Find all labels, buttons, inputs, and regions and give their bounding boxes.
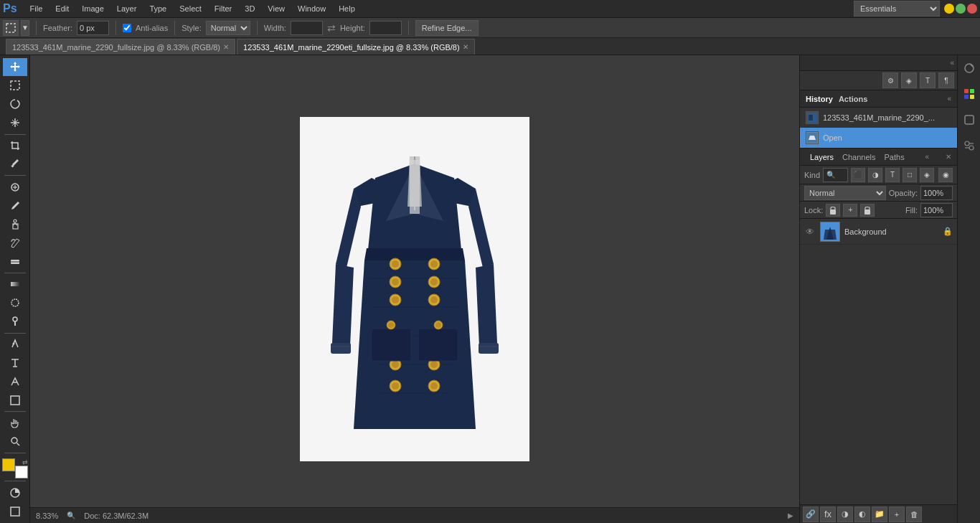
layers-collapse-btn[interactable]: « bbox=[925, 153, 930, 161]
panel-icon-4[interactable]: ¶ bbox=[938, 72, 954, 88]
right-panels: « ⚙ ◈ T ¶ History Actions « bbox=[799, 55, 957, 523]
history-tab[interactable]: History bbox=[806, 95, 833, 103]
foreground-color[interactable] bbox=[2, 458, 15, 471]
tab-2-close[interactable]: ✕ bbox=[463, 43, 468, 51]
menu-type[interactable]: Type bbox=[143, 3, 172, 14]
opacity-input[interactable] bbox=[920, 186, 953, 200]
color-swatches[interactable]: ⇄ bbox=[2, 458, 28, 479]
link-layers-btn[interactable]: 🔗 bbox=[803, 506, 819, 522]
tab-2[interactable]: 123533_461M_marine_2290eti_fullsize.jpg … bbox=[237, 39, 475, 55]
quick-mask-btn[interactable] bbox=[3, 484, 27, 501]
pen-tool[interactable] bbox=[3, 335, 27, 353]
menu-edit[interactable]: Edit bbox=[50, 3, 75, 14]
lock-pixels-btn[interactable] bbox=[826, 204, 840, 217]
marquee-tool[interactable] bbox=[3, 77, 27, 95]
background-color[interactable] bbox=[15, 466, 28, 479]
stamp-tool[interactable] bbox=[3, 215, 27, 233]
zoom-tool[interactable] bbox=[3, 433, 27, 451]
screen-mode-btn[interactable] bbox=[3, 502, 27, 520]
hand-tool[interactable] bbox=[3, 414, 27, 432]
move-tool[interactable] bbox=[3, 58, 27, 76]
history-item-2[interactable]: Open bbox=[800, 128, 957, 148]
layers-tab[interactable]: Layers bbox=[806, 153, 838, 161]
add-group-btn[interactable]: 📁 bbox=[872, 506, 887, 522]
tab-1-close[interactable]: ✕ bbox=[223, 43, 229, 51]
menu-file[interactable]: File bbox=[24, 3, 49, 14]
magic-wand-tool[interactable] bbox=[3, 114, 27, 132]
minimize-btn[interactable] bbox=[944, 4, 954, 14]
filter-shape-btn[interactable]: □ bbox=[903, 168, 917, 182]
kind-label: Kind bbox=[804, 171, 820, 179]
crop-tool[interactable] bbox=[3, 137, 27, 155]
text-tool[interactable] bbox=[3, 354, 27, 372]
swap-dimensions-btn[interactable]: ⇄ bbox=[327, 22, 336, 34]
maximize-btn[interactable] bbox=[956, 4, 966, 14]
layer-visibility-toggle[interactable]: 👁 bbox=[804, 226, 816, 237]
antialias-checkbox[interactable] bbox=[123, 24, 131, 32]
brush-tool[interactable] bbox=[3, 197, 27, 215]
menu-help[interactable]: Help bbox=[333, 3, 361, 14]
tool-options-arrow[interactable]: ▼ bbox=[21, 20, 29, 36]
close-btn[interactable] bbox=[967, 4, 977, 14]
add-adjustment-btn[interactable]: ◐ bbox=[854, 506, 870, 522]
height-input[interactable] bbox=[369, 21, 402, 35]
filter-type-btn[interactable]: T bbox=[885, 168, 900, 182]
history-brush-tool[interactable] bbox=[3, 234, 27, 252]
filter-pixel-btn[interactable]: ⬛ bbox=[851, 168, 865, 182]
history-panel-header: History Actions « bbox=[800, 90, 957, 108]
menu-view[interactable]: View bbox=[262, 3, 291, 14]
blur-tool[interactable] bbox=[3, 294, 27, 312]
refine-edge-btn[interactable]: Refine Edge... bbox=[415, 20, 479, 36]
strip-icon-1[interactable] bbox=[959, 58, 979, 78]
filter-toggle[interactable]: ◉ bbox=[938, 168, 953, 182]
actions-tab[interactable]: Actions bbox=[839, 95, 867, 103]
lasso-tool[interactable] bbox=[3, 95, 27, 113]
panel-icon-3[interactable]: T bbox=[920, 72, 936, 88]
fill-input[interactable] bbox=[920, 203, 953, 217]
strip-icon-2[interactable] bbox=[959, 84, 979, 104]
menu-filter[interactable]: Filter bbox=[209, 3, 237, 14]
lock-all-btn[interactable] bbox=[860, 204, 875, 217]
channels-tab[interactable]: Channels bbox=[838, 153, 880, 161]
status-arrow[interactable]: ▶ bbox=[788, 512, 793, 519]
panel-icon-2[interactable]: ◈ bbox=[901, 72, 917, 88]
menu-image[interactable]: Image bbox=[76, 3, 110, 14]
width-input[interactable] bbox=[291, 21, 323, 35]
style-select[interactable]: Normal bbox=[206, 21, 250, 35]
dodge-tool[interactable] bbox=[3, 313, 27, 331]
add-mask-btn[interactable]: ◑ bbox=[837, 506, 853, 522]
svg-rect-75 bbox=[964, 95, 969, 99]
eyedropper-tool[interactable] bbox=[3, 156, 27, 174]
blend-mode-select[interactable]: Normal bbox=[804, 186, 886, 200]
feather-input[interactable] bbox=[77, 21, 109, 35]
delete-layer-btn[interactable]: 🗑 bbox=[906, 506, 922, 522]
paths-tab[interactable]: Paths bbox=[880, 153, 909, 161]
panel-icon-1[interactable]: ⚙ bbox=[882, 72, 898, 88]
menu-3d[interactable]: 3D bbox=[239, 3, 260, 14]
menu-window[interactable]: Window bbox=[292, 3, 331, 14]
collapse-all-btn[interactable]: « bbox=[950, 59, 954, 67]
history-item-1[interactable]: 123533_461M_marine_2290_... bbox=[800, 108, 957, 128]
lock-pos-btn[interactable]: + bbox=[843, 204, 857, 217]
shape-tool[interactable] bbox=[3, 391, 27, 409]
strip-icon-3[interactable] bbox=[959, 110, 979, 130]
add-style-btn[interactable]: fx bbox=[820, 506, 836, 522]
gradient-tool[interactable] bbox=[3, 275, 27, 293]
filter-adjust-btn[interactable]: ◑ bbox=[868, 168, 882, 182]
background-layer[interactable]: 👁 Background 🔒 bbox=[800, 219, 957, 245]
add-layer-btn[interactable]: + bbox=[889, 506, 905, 522]
path-select-tool[interactable] bbox=[3, 372, 27, 390]
swap-colors-btn[interactable]: ⇄ bbox=[22, 458, 28, 466]
svg-point-65 bbox=[435, 322, 441, 328]
marquee-tool-btn[interactable] bbox=[3, 20, 19, 36]
strip-icon-adj[interactable] bbox=[959, 136, 979, 156]
menu-layer[interactable]: Layer bbox=[111, 3, 143, 14]
filter-smart-btn[interactable]: ◈ bbox=[920, 168, 934, 182]
eraser-tool[interactable] bbox=[3, 253, 27, 270]
essentials-dropdown[interactable]: Essentials bbox=[854, 1, 940, 17]
menu-select[interactable]: Select bbox=[174, 3, 207, 14]
layers-close-btn[interactable]: ✕ bbox=[946, 153, 951, 161]
heal-tool[interactable] bbox=[3, 178, 27, 196]
history-collapse-btn[interactable]: « bbox=[947, 95, 951, 103]
tab-1[interactable]: 123533_461M_marine_2290_fullsize.jpg @ 8… bbox=[6, 39, 235, 55]
